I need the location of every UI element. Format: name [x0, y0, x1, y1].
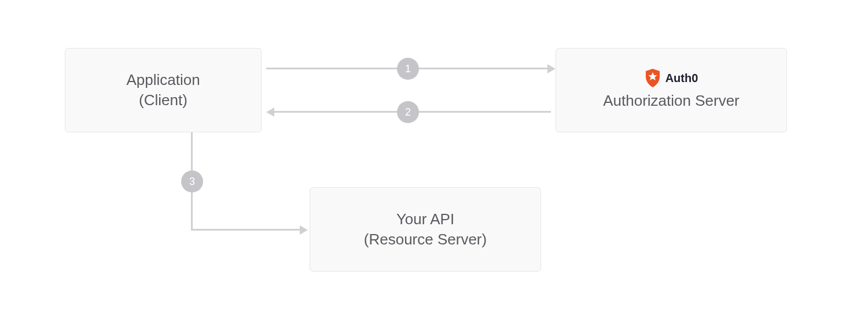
api-subtitle: (Resource Server) — [364, 229, 487, 250]
arrow-2-head — [266, 107, 274, 117]
api-box: Your API (Resource Server) — [310, 187, 541, 272]
oauth-flow-diagram: Application (Client) Auth0 Authorization… — [0, 0, 868, 330]
auth0-logo-row: Auth0 — [645, 69, 698, 87]
client-subtitle: (Client) — [139, 90, 187, 110]
client-box: Application (Client) — [65, 48, 262, 132]
arrow-3-head — [300, 225, 308, 235]
step-badge-2: 2 — [397, 101, 419, 123]
auth0-logo-text: Auth0 — [665, 72, 698, 85]
step-2-label: 2 — [405, 106, 411, 118]
authz-title: Authorization Server — [603, 91, 740, 111]
step-badge-1: 1 — [397, 58, 419, 80]
step-3-label: 3 — [189, 176, 195, 188]
step-badge-3: 3 — [181, 170, 203, 192]
arrow-3-line-h — [191, 229, 301, 231]
arrow-1-head — [547, 64, 556, 73]
auth0-shield-icon — [645, 69, 661, 87]
api-title: Your API — [396, 209, 454, 229]
authorization-server-box: Auth0 Authorization Server — [556, 48, 787, 132]
client-title: Application — [126, 70, 200, 90]
step-1-label: 1 — [405, 63, 411, 75]
